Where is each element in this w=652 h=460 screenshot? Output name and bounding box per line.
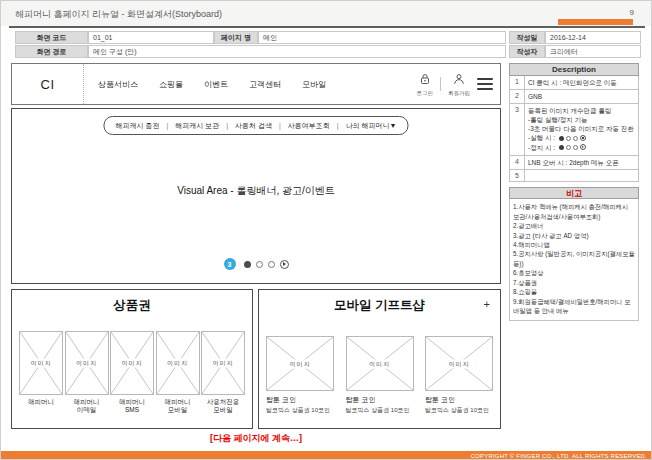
image-placeholder: 이미지 <box>110 331 154 395</box>
gift-item-label: 해피머니 <box>28 398 54 406</box>
banner-pagination: 3 <box>12 258 500 270</box>
visual-area: 해피캐시 충전 | 해피캐시 보관 | 사용처 검색 | 사용여부조회 | 나의… <box>11 108 501 284</box>
mobile-gift-name: 탑툰 코인 <box>266 395 296 405</box>
nav-item-mobile[interactable]: 모바일 <box>302 79 326 90</box>
hamburger-menu-icon[interactable] <box>477 78 493 90</box>
nav-item-products[interactable]: 상품서비스 <box>98 79 138 90</box>
placeholder-label: 이미지 <box>120 359 145 368</box>
nav-item-shop[interactable]: 쇼핑몰 <box>159 79 183 90</box>
row3-line3: -3초 머물다 다음 이미지로 자동 전환 <box>528 124 635 133</box>
row3-stop-state: -정지 시 : <box>528 143 635 152</box>
description-row-5: 5 <box>509 170 639 182</box>
notes-body: 1.사용자 퀵메뉴 (해피캐시 충전/해피캐시 보관/사용처검색/사용여부조회)… <box>509 199 639 320</box>
row-text: 등록된 이미지 개수만큼 롤링 -롤링 실행/정지 기능 -3초 머물다 다음 … <box>525 104 638 155</box>
more-plus-button[interactable]: + <box>484 298 490 310</box>
gift-item[interactable]: 이미지 해피머니모바일 <box>156 331 200 415</box>
gift-item[interactable]: 이미지 해피머니 <box>19 331 63 415</box>
pagination-dot[interactable] <box>268 261 275 268</box>
placeholder-label: 이미지 <box>447 359 472 368</box>
wireframe-gnb: CI 상품서비스 쇼핑몰 이벤트 고객센터 모바일 로그인 회원가입 <box>11 63 501 105</box>
screen-code-value: 01_01 <box>88 31 214 44</box>
placeholder-label: 이미지 <box>288 359 313 368</box>
quick-menu-separator: | <box>279 122 281 129</box>
mobile-gift-desc: 탑코믹스 상품권 10코인 <box>425 406 489 415</box>
signup-button[interactable]: 회원가입 <box>448 71 470 97</box>
pagination-dot[interactable] <box>256 261 263 268</box>
screen-code-label: 화면 코드 <box>15 31 88 44</box>
row-number: 5 <box>510 170 525 181</box>
gift-item[interactable]: 이미지 해피머니SMS <box>110 331 154 415</box>
placeholder-label: 이미지 <box>74 359 99 368</box>
annotation-marker-3: 3 <box>224 258 236 270</box>
image-placeholder: 이미지 <box>19 331 63 395</box>
mobile-gift-item[interactable]: 이미지 탑툰 코인 탑코믹스 상품권 10코인 <box>425 336 493 415</box>
mobile-gift-desc: 탑코믹스 상품권 10코인 <box>266 406 330 415</box>
document-title: 해피머니 홈페이지 리뉴얼 - 화면설계서(Storyboard) <box>15 8 222 21</box>
nav-item-support[interactable]: 고객센터 <box>249 79 281 90</box>
nav-utilities: 로그인 회원가입 <box>417 64 494 104</box>
quick-menu-store[interactable]: 해피캐시 보관 <box>175 121 219 131</box>
description-panel: Description 1 CI 클릭 시 : 메인화면으로 이동 2 GNB … <box>509 63 639 321</box>
note-item: 4.해피머니앱 <box>513 240 635 249</box>
row3-line2: -롤링 실행/정지 기능 <box>528 115 635 124</box>
note-item: 7.상품권 <box>513 278 635 287</box>
lock-icon <box>419 71 431 89</box>
image-placeholder: 이미지 <box>65 331 109 395</box>
gift-item-label2: 이메일 <box>74 406 100 414</box>
gnb-menu: 상품서비스 쇼핑몰 이벤트 고객센터 모바일 <box>98 64 326 104</box>
image-placeholder: 이미지 <box>201 331 245 395</box>
placeholder-label: 이미지 <box>165 359 190 368</box>
row-number: 2 <box>510 90 525 103</box>
gift-item-label: 해피머니 <box>119 398 145 406</box>
mobile-gift-item[interactable]: 이미지 탑툰 코인 탑코믹스 상품권 10코인 <box>266 336 334 415</box>
row-number: 4 <box>510 156 525 169</box>
placeholder-label: 이미지 <box>29 359 54 368</box>
gift-item[interactable]: 이미지 사용처전용모바일 <box>201 331 245 415</box>
row3-line1: 등록된 이미지 개수만큼 롤링 <box>528 106 635 115</box>
ci-logo[interactable]: CI <box>12 64 84 104</box>
visual-area-label: Visual Area - 롤링배너, 광고/이벤트 <box>12 184 500 198</box>
gift-item-label2: 모바일 <box>165 406 191 414</box>
quick-menu-charge[interactable]: 해피캐시 충전 <box>115 121 159 131</box>
nav-item-event[interactable]: 이벤트 <box>204 79 228 90</box>
gift-item-label2: SMS <box>119 406 145 414</box>
gift-certificate-section: 상품권 이미지 해피머니 이미지 해피머니이메일 이미지 <box>11 289 253 429</box>
footer-bar: COPYRIGHT © FINGER CO., LTD. ALL RIGHTS … <box>1 451 652 460</box>
quick-menu-my-happymoney[interactable]: 나의 해피머니▼ <box>346 121 397 131</box>
row-text: CI 클릭 시 : 메인화면으로 이동 <box>525 76 638 89</box>
gift-item-label2: 모바일 <box>207 406 240 414</box>
quick-menu-usage[interactable]: 사용여부조회 <box>288 121 330 131</box>
gift-thumbnails: 이미지 해피머니 이미지 해피머니이메일 이미지 해피머니SMS <box>19 331 245 415</box>
note-item: 1.사용자 퀵메뉴 (해피캐시 충전/해피캐시 보관/사용처검색/사용여부조회) <box>513 202 635 221</box>
row-number: 1 <box>510 76 525 89</box>
image-placeholder: 이미지 <box>346 336 414 391</box>
play-icon <box>580 144 586 150</box>
rolling-run-icons <box>559 135 586 141</box>
quick-menu-separator: | <box>337 122 339 129</box>
signup-label: 회원가입 <box>448 90 470 97</box>
date-label: 작성일 <box>509 31 545 44</box>
notes-header: 비고 <box>509 187 639 199</box>
mobile-gift-item[interactable]: 이미지 탑툰 코인 탑코믹스 상품권 10코인 <box>346 336 414 415</box>
mobile-giftshop-thumbnails: 이미지 탑툰 코인 탑코믹스 상품권 10코인 이미지 탑툰 코인 탑코믹스 상… <box>266 336 493 415</box>
pagination-dot-active[interactable] <box>244 261 251 268</box>
description-row-4: 4 LNB 오버 시 : 2depth 메뉴 오픈 <box>509 156 639 170</box>
header-divider <box>9 26 645 28</box>
header-accent-bar <box>558 19 633 25</box>
quick-menu-search[interactable]: 사용처 검색 <box>235 121 272 131</box>
login-button[interactable]: 로그인 <box>417 71 434 97</box>
note-item: 6.홍보영상 <box>513 268 635 277</box>
row-number: 3 <box>510 104 525 155</box>
author-label: 작성자 <box>509 45 545 58</box>
utility-divider <box>440 77 441 91</box>
row-text: LNB 오버 시 : 2depth 메뉴 오픈 <box>525 156 638 169</box>
rolling-stop-icons <box>559 144 586 150</box>
gift-item[interactable]: 이미지 해피머니이메일 <box>65 331 109 415</box>
row3-run-state: -실행 시 : <box>528 133 635 142</box>
mobile-giftshop-title: 모바일 기프트샵 <box>259 297 500 314</box>
user-icon <box>453 71 465 89</box>
play-icon[interactable] <box>280 260 289 269</box>
mobile-gift-name: 탑툰 코인 <box>346 395 376 405</box>
note-item: 5.공지사항 (일반공지, 이미지공지(결제모듈 등)) <box>513 249 635 268</box>
author-value: 크리에터 <box>545 45 641 58</box>
